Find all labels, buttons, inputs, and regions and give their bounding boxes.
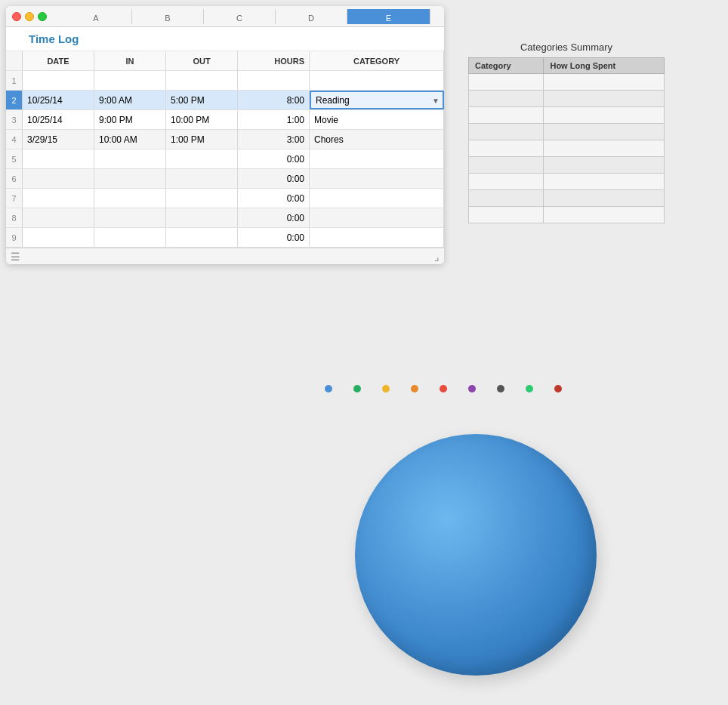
minimize-button[interactable] [25,12,34,21]
cell-7-c[interactable] [166,189,238,208]
cell-1-b[interactable] [94,71,166,90]
table-row: 9 0:00 [6,228,444,248]
header-row: DATE IN OUT HOURS CATEGORY [6,51,444,71]
sheet-options-icon[interactable]: ☰ [11,251,20,263]
cat-cell-hours[interactable] [544,140,665,157]
col-header-out: OUT [166,51,238,70]
col-header-d[interactable]: D [276,9,347,24]
bottom-bar: ☰ ⌟ [6,248,444,264]
col-header-in: IN [94,51,166,70]
col-header-category: CATEGORY [310,51,444,70]
cell-8-a[interactable] [23,208,94,227]
table-row: 7 0:00 [6,189,444,208]
cell-1-a[interactable] [23,71,94,90]
cat-cell-category[interactable] [469,74,544,91]
cell-5-b[interactable] [94,149,166,168]
cell-6-c[interactable] [166,169,238,188]
sheet-title-row: Time Log [6,27,444,51]
cat-cell-category[interactable] [469,190,544,207]
sheet-resize-icon[interactable]: ⌟ [434,251,440,263]
cell-5-a[interactable] [23,149,94,168]
cell-2-category[interactable]: Reading ▼ [310,91,444,109]
cat-cell-category[interactable] [469,124,544,140]
cell-8-hours[interactable]: 0:00 [238,208,310,227]
cat-cell-category[interactable] [469,91,544,107]
cell-1-e[interactable] [310,71,444,90]
cat-cell-category[interactable] [469,207,544,223]
cell-8-e[interactable] [310,208,444,227]
cat-data-row [469,140,665,157]
cat-cell-hours[interactable] [544,174,665,190]
cell-2-out[interactable]: 5:00 PM [166,91,238,109]
cell-7-a[interactable] [23,189,94,208]
cell-3-in[interactable]: 9:00 PM [94,110,166,129]
row-num-7: 7 [6,189,23,208]
cat-cell-hours[interactable] [544,124,665,140]
sheet-title: Time Log [29,32,79,45]
cell-9-hours[interactable]: 0:00 [238,228,310,247]
cell-6-hours[interactable]: 0:00 [238,169,310,188]
row-num-6: 6 [6,169,23,188]
row-num-4: 4 [6,130,23,149]
cell-8-b[interactable] [94,208,166,227]
cat-cell-hours[interactable] [544,91,665,107]
cell-4-hours[interactable]: 3:00 [238,130,310,149]
cell-9-a[interactable] [23,228,94,247]
close-button[interactable] [12,12,21,21]
cat-cell-hours[interactable] [544,74,665,91]
cell-2-in[interactable]: 9:00 AM [94,91,166,109]
col-header-e[interactable]: E [347,9,430,24]
table-row: 6 0:00 [6,169,444,189]
cat-cell-hours[interactable] [544,207,665,223]
cat-cell-hours[interactable] [544,107,665,124]
cat-data-row [469,157,665,174]
cell-7-hours[interactable]: 0:00 [238,189,310,208]
cell-9-b[interactable] [94,228,166,247]
cell-9-c[interactable] [166,228,238,247]
cat-data-row [469,124,665,140]
row-num-5: 5 [6,149,23,168]
cell-2-date[interactable]: 10/25/14 [23,91,94,109]
cell-1-d[interactable] [238,71,310,90]
cell-3-out[interactable]: 10:00 PM [166,110,238,129]
cell-4-category[interactable]: Chores [310,130,444,149]
cell-4-date[interactable]: 3/29/15 [23,130,94,149]
cell-6-b[interactable] [94,169,166,188]
pie-chart [355,434,597,676]
cat-cell-category[interactable] [469,157,544,174]
cell-9-e[interactable] [310,228,444,247]
cell-8-c[interactable] [166,208,238,227]
row-num-1: 1 [6,71,23,90]
cat-data-row [469,174,665,190]
cat-cell-category[interactable] [469,140,544,157]
cell-2-hours[interactable]: 8:00 [238,91,310,109]
col-header-hours: HOURS [238,51,310,70]
cat-cell-hours[interactable] [544,190,665,207]
cell-1-c[interactable] [166,71,238,90]
col-header-a[interactable]: A [60,9,132,24]
categories-summary: Categories Summary Category How Long Spe… [468,42,665,223]
cell-7-b[interactable] [94,189,166,208]
cell-3-date[interactable]: 10/25/14 [23,110,94,129]
cell-4-in[interactable]: 10:00 AM [94,130,166,149]
cell-5-c[interactable] [166,149,238,168]
cell-3-category[interactable]: Movie [310,110,444,129]
table-row[interactable]: 2 10/25/14 9:00 AM 5:00 PM 8:00 Reading … [6,91,444,110]
cat-cell-category[interactable] [469,174,544,190]
col-header-b[interactable]: B [132,9,204,24]
cell-6-a[interactable] [23,169,94,188]
col-header-c[interactable]: C [204,9,276,24]
cell-7-e[interactable] [310,189,444,208]
cell-3-hours[interactable]: 1:00 [238,110,310,129]
cat-data-row [469,207,665,223]
maximize-button[interactable] [38,12,47,21]
chart-legend [325,385,562,393]
cell-6-e[interactable] [310,169,444,188]
cell-4-out[interactable]: 1:00 PM [166,130,238,149]
cell-5-hours[interactable]: 0:00 [238,149,310,168]
cat-cell-hours[interactable] [544,157,665,174]
cell-5-e[interactable] [310,149,444,168]
cat-cell-category[interactable] [469,107,544,124]
row-num-9: 9 [6,228,23,247]
dropdown-arrow-icon[interactable]: ▼ [432,96,440,104]
